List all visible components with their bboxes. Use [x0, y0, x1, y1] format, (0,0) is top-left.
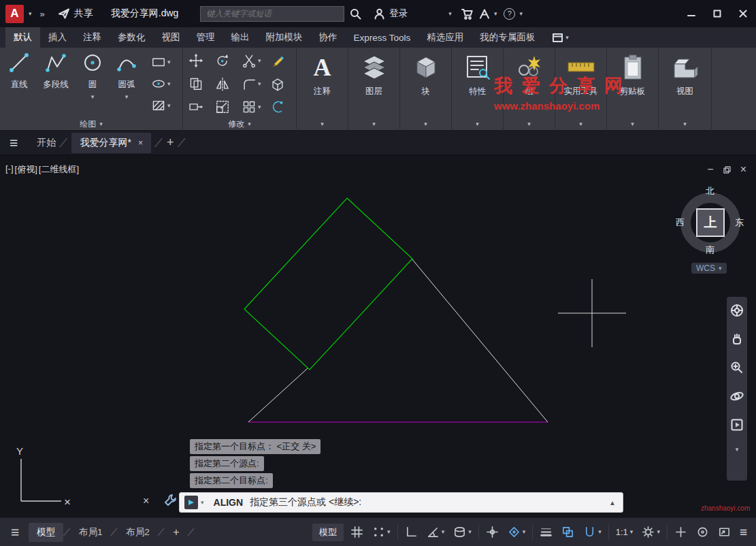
arc-chevron-icon[interactable]: ▾	[125, 94, 129, 100]
help-chevron-icon[interactable]: ▾	[519, 11, 523, 17]
properties-panel-chevron-icon[interactable]: ▾	[476, 121, 479, 127]
drawing-close-button[interactable]: ×	[740, 163, 746, 176]
new-drawing-tab-button[interactable]: +	[167, 135, 174, 150]
navbar-chevron-icon[interactable]: ▾	[736, 447, 739, 453]
isodraft-chevron-icon[interactable]: ▾	[468, 529, 472, 535]
explode-tool[interactable]	[270, 76, 285, 91]
block-panel-chevron-icon[interactable]: ▾	[424, 121, 427, 127]
triangle-right-line[interactable]	[412, 259, 548, 422]
draw-panel-footer[interactable]: 绘图 ▾	[0, 118, 182, 129]
command-close-icon[interactable]: ×	[143, 495, 149, 507]
share-button[interactable]: 共享	[59, 7, 93, 20]
rectangle-tool[interactable]: ▾	[151, 54, 171, 69]
drawing-tab-active[interactable]: 我爱分享网* ×	[71, 133, 150, 153]
command-input-badge[interactable]	[184, 496, 198, 509]
array-tool[interactable]: ▾	[242, 99, 261, 114]
quick-access-expand-icon[interactable]: »	[40, 9, 44, 19]
customize-statusbar-button[interactable]: ≡	[738, 524, 749, 541]
viewcube-north-label[interactable]: 北	[706, 185, 714, 197]
model-space-button[interactable]: 模型	[312, 524, 344, 541]
ortho-toggle[interactable]	[403, 524, 420, 540]
selection-cycling-toggle[interactable]	[559, 524, 576, 540]
drawing-canvas[interactable]	[0, 155, 756, 517]
clean-screen-toggle[interactable]	[716, 524, 733, 540]
ribbon-tab-output[interactable]: 输出	[223, 27, 258, 48]
panel-block[interactable]: 块 ▾	[400, 48, 452, 131]
ribbon-tab-addins[interactable]: 附加模块	[258, 27, 311, 48]
rotate-tool[interactable]	[215, 53, 230, 68]
pan-hand-icon[interactable]	[730, 332, 744, 346]
viewcube-top-face[interactable]: 上	[696, 208, 725, 237]
workspace-switching-control[interactable]: ▾	[640, 524, 662, 540]
lineweight-toggle[interactable]	[538, 524, 555, 540]
ribbon-tab-view[interactable]: 视图	[154, 27, 188, 48]
drawing-tab-close-icon[interactable]: ×	[138, 138, 143, 148]
viewport-visual-style-control[interactable]: [二维线框]	[39, 163, 79, 176]
panel-layers[interactable]: 图层 ▾	[348, 48, 400, 131]
ribbon-tab-parametric[interactable]: 参数化	[110, 27, 154, 48]
snap-chevron-icon[interactable]: ▾	[387, 529, 391, 535]
scale-chevron-icon[interactable]: ▾	[630, 529, 634, 535]
clipboard-panel-chevron-icon[interactable]: ▾	[631, 121, 634, 127]
object-snap-toggle[interactable]: ▾	[581, 524, 604, 540]
cart-icon[interactable]	[461, 8, 474, 20]
orbit-icon[interactable]	[730, 389, 744, 403]
isodraft-toggle[interactable]: ▾	[451, 524, 474, 540]
autodesk-apps-icon[interactable]	[479, 9, 490, 19]
fillet-tool[interactable]: ▾	[242, 76, 261, 91]
viewport-menu-control[interactable]: [-]	[5, 163, 14, 176]
user-icon[interactable]	[374, 8, 385, 20]
command-history-expand-icon[interactable]: ▲	[609, 499, 616, 507]
copy-tool[interactable]	[188, 76, 203, 91]
ribbon-tab-featured-apps[interactable]: 精选应用	[418, 27, 472, 48]
ribbon-tab-express-tools[interactable]: Express Tools	[346, 27, 419, 48]
panel-clipboard[interactable]: 剪贴板 ▾	[607, 48, 659, 131]
hatch-tool[interactable]: ▾	[151, 98, 171, 113]
statusbar-menu-hamburger-icon[interactable]: ≡	[11, 524, 19, 541]
viewcube-east-label[interactable]: 东	[735, 216, 744, 229]
polyline-button[interactable]: 多段线	[35, 52, 76, 91]
panel-properties[interactable]: 特性 ▾	[452, 48, 504, 131]
layout1-tab[interactable]: 布局1	[71, 523, 111, 542]
trim-tool[interactable]: ▾	[242, 53, 261, 68]
ribbon-tab-collaborate[interactable]: 协作	[311, 27, 346, 48]
apps-chevron-icon[interactable]: ▾	[494, 11, 497, 17]
ribbon-tab-annotate[interactable]: 注释	[75, 27, 110, 48]
account-chevron-icon[interactable]: ▾	[448, 11, 452, 17]
osnap-chevron-icon[interactable]: ▾	[598, 529, 602, 535]
minimize-button[interactable]	[678, 0, 704, 27]
showmotion-icon[interactable]	[730, 418, 744, 432]
panel-utilities[interactable]: 实用工具 ▾	[555, 48, 607, 131]
isolate-objects-toggle[interactable]	[694, 524, 711, 540]
grid-toggle[interactable]	[348, 524, 365, 540]
line-button[interactable]: 直线	[4, 52, 34, 91]
osnap-2d-chevron-icon[interactable]: ▾	[523, 529, 526, 535]
arc-button[interactable]: 圆弧 ▾	[109, 52, 144, 100]
command-prompt-text[interactable]: 指定第三个源点或 <继续>:	[250, 496, 361, 509]
search-icon[interactable]	[350, 8, 361, 20]
app-logo[interactable]: A	[5, 5, 24, 23]
maximize-button[interactable]	[704, 0, 730, 27]
close-button[interactable]	[730, 0, 756, 27]
drawing-area[interactable]: [-] [俯视] [二维线框] − × Y ×	[0, 155, 756, 517]
annotate-panel-chevron-icon[interactable]: ▾	[321, 121, 324, 127]
utilities-panel-chevron-icon[interactable]: ▾	[579, 121, 582, 127]
new-layout-button[interactable]: +	[165, 523, 187, 542]
command-badge-chevron-icon[interactable]: ▾	[201, 500, 204, 506]
group-panel-chevron-icon[interactable]: ▾	[527, 121, 531, 127]
viewcube-south-label[interactable]: 南	[706, 244, 714, 256]
model-tab[interactable]: 模型	[29, 523, 63, 542]
ribbon-minimize-toggle[interactable]: ▾	[553, 27, 569, 48]
panel-group[interactable]: 组 ▾	[504, 48, 555, 131]
command-customize-wrench-icon[interactable]	[163, 494, 177, 507]
start-tab[interactable]: 开始	[37, 137, 56, 149]
navigation-wheel-icon[interactable]	[730, 304, 744, 317]
circle-button[interactable]: 圆 ▾	[78, 52, 108, 100]
layers-panel-chevron-icon[interactable]: ▾	[372, 121, 376, 127]
mirror-tool[interactable]	[215, 76, 230, 91]
help-icon[interactable]: ?	[504, 8, 515, 20]
object-snap-tracking-toggle[interactable]	[484, 524, 501, 540]
zoom-icon[interactable]	[730, 361, 744, 374]
ellipse-tool[interactable]: ▾	[151, 76, 171, 91]
ribbon-tab-insert[interactable]: 插入	[40, 27, 75, 48]
